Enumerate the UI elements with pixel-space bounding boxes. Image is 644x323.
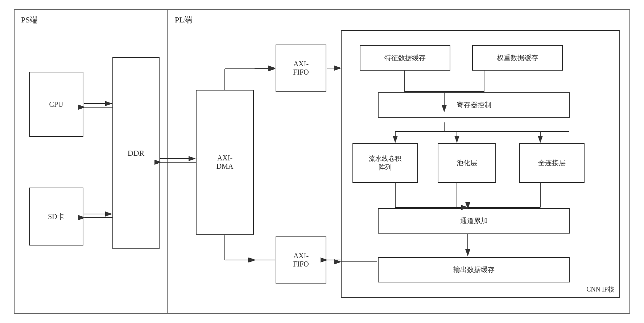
- axi-fifo-top-box: AXI- FIFO: [276, 45, 326, 92]
- divider-ps-pl: [167, 10, 168, 313]
- pipeline-conv-box: 流水线卷积 阵列: [352, 143, 418, 183]
- diagram-container: PS端 PL端 CPU SD卡 DDR DDR AXI- DMA AXI- FI…: [14, 9, 630, 314]
- cnn-ip-box: CNN IP核 特征数据缓存 权重数据缓存 寄存器控制 流水线卷积 阵列 池化层…: [341, 30, 620, 298]
- channel-acc-box: 通道累加: [378, 208, 570, 234]
- feature-cache-box: 特征数据缓存: [360, 45, 450, 71]
- output-cache-box: 输出数据缓存: [378, 257, 570, 282]
- axi-dma-box: AXI- DMA: [196, 90, 254, 235]
- weight-cache-box: 权重数据缓存: [472, 45, 563, 71]
- sd-card-box: SD卡: [29, 188, 83, 246]
- pool-layer-box: 池化层: [438, 143, 496, 183]
- register-ctrl-box: 寄存器控制: [378, 92, 570, 118]
- axi-fifo-bottom-box: AXI- FIFO: [276, 236, 326, 284]
- pl-label: PL端: [175, 14, 192, 25]
- full-conn-box: 全连接层: [519, 143, 585, 183]
- cnn-ip-label: CNN IP核: [586, 285, 614, 294]
- cpu-box: CPU: [29, 72, 83, 137]
- ddr-box: DDR: [112, 57, 160, 249]
- ps-label: PS端: [21, 14, 38, 25]
